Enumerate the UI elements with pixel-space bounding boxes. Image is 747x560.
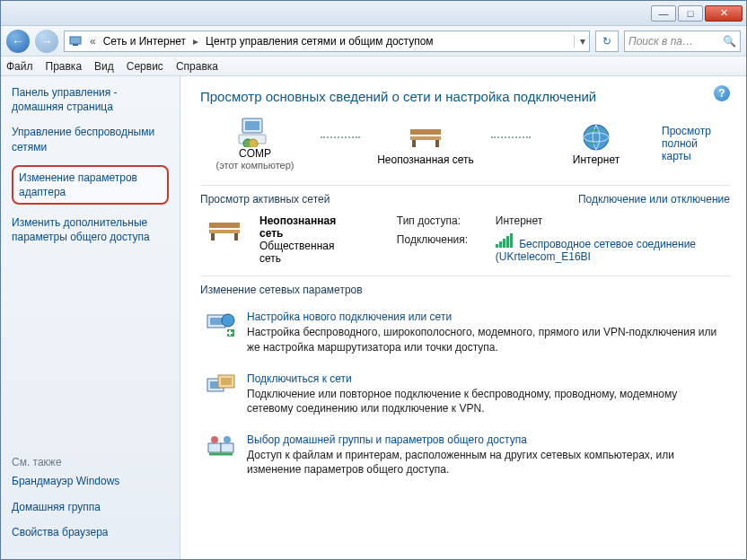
opt-homegroup-desc: Доступ к файлам и принтерам, расположенн… (247, 448, 725, 477)
view-full-map-link[interactable]: Просмотр полной карты (662, 125, 725, 162)
label-access-type: Тип доступа: (397, 214, 496, 230)
sidebar: Панель управления - домашняя страница Уп… (1, 76, 180, 559)
menu-file[interactable]: Файл (6, 60, 33, 73)
connect-disconnect-link[interactable]: Подключение или отключение (578, 193, 730, 206)
body: Панель управления - домашняя страница Уп… (1, 76, 746, 559)
globe-icon (580, 121, 612, 153)
svg-rect-1 (73, 44, 78, 46)
sidebar-adapter[interactable]: Изменение параметров адаптера (12, 165, 169, 205)
new-connection-icon (206, 311, 236, 339)
menu-view[interactable]: Вид (94, 60, 114, 73)
map-computer-name: COMP (239, 147, 271, 160)
address-dropdown[interactable]: ▾ (574, 35, 585, 48)
homegroup-icon (206, 433, 236, 462)
active-networks-section: Просмотр активных сетей Подключение или … (200, 185, 730, 268)
window: — □ ✕ ← → « Сеть и Интернет ▸ Центр упра… (0, 0, 747, 560)
map-internet: Интернет (547, 121, 646, 166)
value-access-type: Интернет (496, 214, 725, 230)
connect-network-icon (206, 372, 236, 401)
svg-rect-8 (410, 136, 441, 140)
navbar: ← → « Сеть и Интернет ▸ Центр управления… (1, 26, 746, 57)
sidebar-firewall[interactable]: Брандмауэр Windows (12, 474, 169, 488)
opt-connect-network-title: Подключиться к сети (247, 372, 725, 385)
computer-icon (237, 117, 273, 147)
search-box[interactable]: Поиск в па… 🔍 (624, 31, 741, 52)
active-net-kind: Общественная сеть (259, 240, 345, 265)
sidebar-see-also: См. также (12, 456, 169, 468)
sidebar-home[interactable]: Панель управления - домашняя страница (12, 85, 169, 114)
chevron-icon: « (86, 35, 100, 48)
opt-connect-network[interactable]: Подключиться к сети Подключение или повт… (200, 363, 730, 424)
map-unknown: Неопознанная сеть (376, 121, 475, 166)
active-net-details: Тип доступа: Интернет Подключения: Беспр… (397, 214, 725, 265)
content: ? Просмотр основных сведений о сети и на… (180, 76, 746, 559)
svg-rect-13 (209, 223, 240, 228)
active-networks-title: Просмотр активных сетей (200, 193, 330, 206)
sidebar-sharing[interactable]: Изменить дополнительные параметры общего… (12, 215, 169, 244)
svg-rect-9 (412, 140, 416, 147)
map-unknown-label: Неопознанная сеть (377, 153, 474, 166)
svg-point-28 (224, 436, 231, 443)
svg-point-11 (584, 125, 609, 150)
svg-rect-7 (410, 129, 441, 135)
value-connections-link[interactable]: Беспроводное сетевое соединение (UKrtele… (496, 233, 725, 266)
opt-homegroup-title: Выбор домашней группы и параметров общег… (247, 433, 725, 446)
titlebar: — □ ✕ (1, 1, 746, 26)
svg-rect-0 (70, 37, 81, 44)
sidebar-browser[interactable]: Свойства браузера (12, 525, 169, 539)
search-placeholder: Поиск в па… (628, 35, 693, 48)
breadcrumb-1[interactable]: Сеть и Интернет (103, 35, 186, 48)
maximize-button[interactable]: □ (678, 5, 703, 22)
address-bar[interactable]: « Сеть и Интернет ▸ Центр управления сет… (64, 31, 590, 52)
svg-rect-25 (208, 443, 221, 452)
map-computer: COMP (этот компьютер) (206, 117, 304, 171)
svg-rect-15 (211, 233, 215, 241)
chevron-right-icon: ▸ (189, 35, 202, 48)
opt-connect-network-desc: Подключение или повторное подключение к … (247, 387, 725, 416)
svg-point-27 (211, 436, 218, 443)
network-icon (68, 34, 83, 48)
bench-icon (206, 214, 243, 247)
sidebar-wireless[interactable]: Управление беспроводными сетями (12, 125, 169, 153)
opt-homegroup[interactable]: Выбор домашней группы и параметров общег… (200, 424, 730, 486)
svg-point-19 (222, 314, 234, 327)
map-computer-sub: (этот компьютер) (215, 160, 294, 171)
close-button[interactable]: ✕ (705, 5, 743, 22)
label-connections: Подключения: (397, 233, 496, 266)
svg-rect-14 (209, 230, 240, 233)
change-settings-section: Изменение сетевых параметров Настройка н… (200, 276, 730, 486)
svg-rect-18 (210, 318, 223, 325)
menu-tools[interactable]: Сервис (127, 60, 163, 73)
change-settings-title: Изменение сетевых параметров (200, 284, 730, 296)
help-button[interactable]: ? (714, 85, 730, 101)
breadcrumb-2[interactable]: Центр управления сетями и общим доступом (206, 35, 434, 48)
svg-rect-10 (435, 140, 439, 147)
menu-help[interactable]: Справка (176, 60, 218, 73)
active-net-name: Неопознанная сеть (259, 214, 345, 240)
minimize-button[interactable]: — (651, 5, 676, 22)
network-map: COMP (этот компьютер) Неопознанная сеть … (200, 117, 730, 178)
svg-point-6 (249, 139, 258, 147)
map-connector-1 (321, 136, 360, 138)
map-internet-label: Интернет (573, 153, 620, 166)
map-connector-2 (491, 136, 531, 138)
refresh-button[interactable]: ↻ (595, 31, 619, 52)
search-icon: 🔍 (723, 35, 736, 48)
svg-rect-24 (221, 378, 232, 385)
svg-rect-26 (221, 443, 233, 452)
opt-new-connection-desc: Настройка беспроводного, широкополосного… (247, 325, 725, 354)
sidebar-homegroup[interactable]: Домашняя группа (12, 500, 169, 514)
svg-rect-3 (245, 121, 259, 130)
bench-icon (406, 121, 445, 153)
opt-new-connection-title: Настройка нового подключения или сети (247, 311, 725, 323)
forward-button[interactable]: → (35, 30, 58, 53)
signal-icon (496, 233, 513, 248)
menu-edit[interactable]: Правка (46, 60, 83, 73)
menubar: Файл Правка Вид Сервис Справка (1, 57, 746, 76)
back-button[interactable]: ← (6, 30, 30, 53)
page-title: Просмотр основных сведений о сети и наст… (200, 89, 730, 104)
svg-rect-16 (234, 233, 238, 241)
opt-new-connection[interactable]: Настройка нового подключения или сети На… (200, 302, 730, 363)
